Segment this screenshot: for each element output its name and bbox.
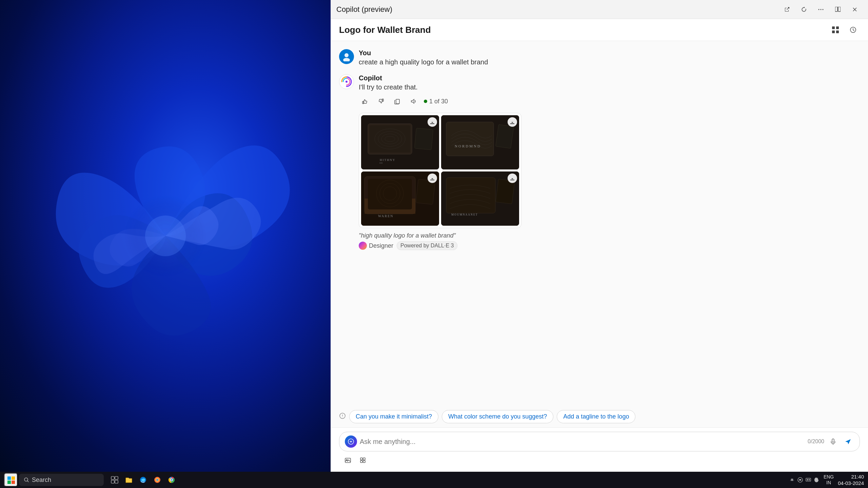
user-text: create a high quality logo for a wallet … [359,58,488,66]
thumbs-up-button[interactable] [359,95,371,107]
title-bar-left: Copilot (preview) [336,5,392,14]
svg-rect-7 [832,26,835,29]
edge-taskbar-icon[interactable] [136,473,150,487]
firefox-taskbar-icon[interactable] [151,473,164,487]
svg-point-13 [343,58,350,61]
history-button[interactable] [846,23,860,37]
svg-rect-58 [111,476,114,480]
image-download-2-button[interactable] [508,117,517,127]
svg-rect-56 [12,481,15,484]
svg-rect-51 [360,461,362,463]
app-title: Copilot (preview) [336,5,392,14]
svg-point-12 [344,53,349,57]
designer-icon [359,242,367,250]
taskbar-system-icons [789,477,820,483]
designer-label: Designer [369,242,393,249]
svg-rect-28 [446,122,494,156]
dall-e-badge: Powered by DALL·E 3 [397,241,457,250]
svg-point-3 [821,9,822,10]
copy-button[interactable] [391,95,403,107]
input-area: 0/2000 [331,427,868,472]
input-right-icons: 0/2000 [808,435,854,448]
svg-rect-6 [838,7,841,12]
close-button[interactable] [847,3,863,16]
svg-point-65 [156,479,158,481]
generation-count-text: 1 of 30 [429,98,448,105]
copilot-label: Copilot [359,74,521,82]
input-row: 0/2000 [339,432,860,451]
taskbar-search-text: Search [32,476,51,484]
taskbar: Search [0,472,868,488]
taskbar-search[interactable]: Search [19,474,104,486]
voice-input-button[interactable] [827,435,839,448]
taskbar-clock: 21:40 04-03-2024 [838,473,864,487]
svg-rect-52 [363,461,365,463]
title-bar-controls [779,3,863,16]
image-attach-button[interactable] [342,454,354,466]
svg-rect-46 [832,439,834,442]
svg-point-1 [145,216,186,256]
svg-rect-60 [111,480,114,483]
svg-text:HITHNY: HITHNY [380,158,396,162]
suggestion-color-scheme-button[interactable]: What color scheme do you suggest? [442,410,553,423]
message-input[interactable] [360,438,805,446]
thumbs-down-button[interactable] [375,95,387,107]
image-download-3-button[interactable] [428,174,437,183]
svg-rect-61 [115,480,118,483]
more-options-button[interactable] [813,3,829,16]
image-cell-2[interactable]: NORDMND [441,115,519,169]
svg-rect-16 [396,99,399,104]
suggestion-tagline-button[interactable]: Add a tagline to the logo [557,410,635,423]
action-bar: 1 of 30 [359,95,521,107]
open-in-browser-button[interactable] [779,3,795,16]
start-button[interactable] [4,473,18,487]
speaker-button[interactable] [408,95,420,107]
svg-point-15 [346,81,348,83]
svg-text:NORDMND: NORDMND [455,144,481,148]
suggestion-minimalist-button[interactable]: Can you make it minimalist? [349,410,438,423]
copilot-panel: Copilot (preview) Logo for Wallet Brand [331,0,868,472]
svg-rect-50 [363,458,365,460]
svg-rect-10 [836,30,839,33]
svg-text:MOUMNAANET: MOUMNAANET [451,213,478,216]
green-dot-indicator [424,100,427,103]
chat-header-icons [829,23,860,37]
chrome-taskbar-icon[interactable] [165,473,178,487]
user-message-content: You create a high quality logo for a wal… [359,49,488,66]
image-download-1-button[interactable] [428,117,437,127]
chat-header: Logo for Wallet Brand [331,19,868,41]
svg-rect-54 [12,476,15,480]
image-cell-4[interactable]: MOUMNAANET [441,171,519,226]
image-cell-3[interactable]: WAREN [361,171,439,226]
task-view-button[interactable] [108,473,121,487]
generation-count: 1 of 30 [424,98,448,105]
refresh-button[interactable] [796,3,812,16]
copilot-input-icon [345,435,357,448]
char-count: 0/2000 [808,439,824,445]
svg-rect-26 [414,128,433,150]
image-cell-1[interactable]: HITHNY HB [361,115,439,169]
svg-point-68 [171,479,173,481]
plugin-button[interactable] [357,454,369,466]
image-grid: HITHNY HB [359,113,521,228]
svg-rect-5 [835,7,837,12]
send-button[interactable] [842,435,854,448]
user-avatar [339,49,354,64]
svg-rect-70 [806,478,811,481]
image-caption: "high quality logo for a wallet brand" [359,232,521,239]
svg-rect-59 [115,476,118,480]
chat-title: Logo for Wallet Brand [339,25,431,35]
svg-rect-55 [7,481,11,484]
image-download-4-button[interactable] [508,174,517,183]
user-label: You [359,49,488,57]
svg-rect-49 [360,458,362,460]
taskbar-right: ENG IN 21:40 04-03-2024 [789,473,864,487]
copilot-message-content: Copilot I'll try to create that. [359,74,521,250]
split-view-button[interactable] [830,3,846,16]
svg-rect-72 [809,479,810,481]
apps-button[interactable] [829,23,842,37]
file-explorer-taskbar-icon[interactable] [122,473,136,487]
svg-rect-9 [832,30,835,33]
copilot-text: I'll try to create that. [359,83,521,91]
chat-body: You create a high quality logo for a wal… [331,41,868,406]
